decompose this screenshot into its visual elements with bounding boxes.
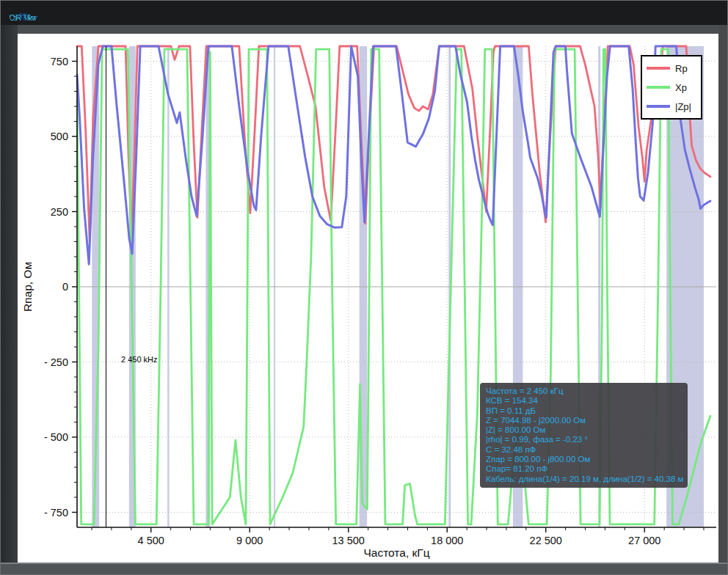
legend-line-swatch [647, 105, 670, 108]
tooltip-line: ВП = 0.11 дБ [486, 406, 682, 416]
tooltip-line: |rho| = 0.99, фаза = -0.23 ° [486, 435, 682, 444]
legend-label: Xp [675, 82, 687, 93]
app-window: КСВФазаZ=R+jXZ=R||+jXВПРефлектометрСмит … [0, 0, 728, 575]
legend-line-swatch [647, 86, 670, 89]
legend-entry: Rp [647, 63, 696, 74]
legend-entry: Xp [647, 82, 696, 93]
window-frame-left [1, 25, 18, 563]
tooltip-line: Частота = 2 450 кГц [486, 387, 682, 396]
legend-label: Rp [675, 63, 688, 74]
window-frame-right [718, 25, 728, 563]
legend-label: |Zp| [675, 101, 691, 112]
marker-frequency-label: 2 450 kHz [121, 355, 158, 364]
tooltip-line: |Z| = 800.00 Ом [486, 425, 682, 435]
tooltip-line: Z = 7044.98 - j2000.00 Ом [486, 416, 682, 425]
cursor-readout-tooltip: Частота = 2 450 кГцКСВ = 154.34ВП = 0.11… [480, 383, 688, 488]
legend-entry: |Zp| [647, 101, 696, 112]
tab-bar: КСВФазаZ=R+jXZ=R||+jXВПРефлектометрСмит [1, 1, 728, 25]
tooltip-line: Спар= 81.20 пФ [486, 464, 682, 474]
tabbar-underline [1, 25, 728, 34]
legend-line-swatch [647, 67, 670, 70]
tooltip-line: C = 32.48 пФ [486, 445, 682, 455]
chart-legend: RpXp|Zp| [641, 55, 702, 120]
window-frame-bottom [1, 563, 728, 575]
tooltip-line: Zпар = 800.00 - j800.00 Ом [486, 455, 682, 464]
tooltip-line: КСВ = 154.34 [486, 396, 682, 406]
tooltip-line: Кабель: длина(1/4) = 20.19 м, длина(1/2)… [486, 475, 682, 484]
